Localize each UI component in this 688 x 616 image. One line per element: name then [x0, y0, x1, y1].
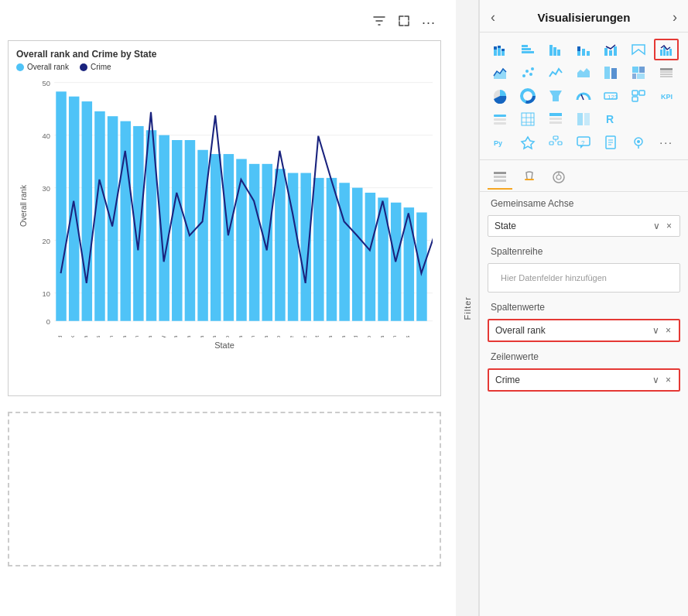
- svg-rect-88: [660, 50, 662, 56]
- vis-icon-qa[interactable]: ?: [571, 132, 596, 153]
- svg-text:Illinois: Illinois: [96, 335, 101, 337]
- svg-text:Washington: Washington: [108, 336, 115, 337]
- section-shared-axis-label: Gemeinsame Achse: [480, 192, 688, 212]
- vis-icon-area[interactable]: [488, 62, 512, 84]
- vis-icon-ai[interactable]: [515, 132, 540, 153]
- svg-rect-36: [365, 193, 376, 321]
- field-crime-chevron[interactable]: ∨: [651, 375, 661, 385]
- svg-rect-98: [632, 67, 638, 73]
- svg-point-149: [556, 175, 561, 180]
- vis-icon-slicer[interactable]: [488, 108, 512, 130]
- svg-text:Pennsylvania: Pennsylvania: [263, 336, 269, 337]
- chart-container: Overall rank and Crime by State Overall …: [8, 40, 441, 396]
- vis-icon-bar[interactable]: [515, 39, 540, 60]
- vis-icon-azure-map[interactable]: [626, 132, 651, 153]
- vis-icon-multirow[interactable]: [626, 85, 651, 107]
- svg-rect-103: [660, 71, 673, 73]
- sub-tab-analytics[interactable]: [546, 166, 571, 188]
- svg-rect-40: [416, 213, 427, 321]
- svg-rect-80: [557, 50, 560, 56]
- svg-text:50: 50: [43, 79, 50, 87]
- vis-icon-table3[interactable]: [571, 108, 596, 130]
- field-box-overall-rank[interactable]: Overall rank ∨ ×: [488, 319, 680, 342]
- svg-rect-75: [522, 51, 534, 53]
- vis-icon-py[interactable]: Py: [488, 132, 512, 153]
- field-state-chevron[interactable]: ∨: [652, 221, 662, 231]
- panel-nav-prev[interactable]: ‹: [491, 9, 495, 26]
- sub-tab-format[interactable]: [517, 166, 542, 188]
- vis-icon-more[interactable]: ···: [654, 132, 679, 153]
- section-column-series-label: Spaltenreihe: [480, 240, 688, 260]
- svg-text:Georgia: Georgia: [341, 336, 347, 337]
- filter-strip: Filter: [456, 0, 479, 616]
- svg-text:Minnesota: Minnesota: [186, 336, 191, 337]
- chart-area: Overall rank 50 40 30 20 10 0: [16, 74, 433, 337]
- svg-rect-14: [82, 101, 93, 321]
- svg-rect-146: [494, 180, 506, 182]
- svg-text:Utah: Utah: [250, 336, 255, 337]
- vis-icon-decomposition[interactable]: [543, 132, 568, 153]
- vis-icon-paginated[interactable]: [598, 132, 623, 153]
- svg-rect-91: [669, 49, 672, 56]
- svg-point-94: [529, 73, 532, 76]
- svg-text:Maine: Maine: [302, 336, 307, 337]
- svg-rect-85: [604, 48, 608, 56]
- vis-icon-area2[interactable]: [571, 62, 596, 84]
- vis-icon-kpi[interactable]: KPI: [654, 85, 679, 107]
- vis-icon-table2[interactable]: [543, 108, 568, 130]
- vis-icon-line-bar[interactable]: [598, 39, 623, 60]
- vis-icon-pie[interactable]: [488, 85, 512, 107]
- vis-icon-combo[interactable]: [654, 39, 679, 60]
- more-button[interactable]: ···: [420, 13, 437, 33]
- filter-label: Filter: [463, 296, 472, 320]
- svg-rect-69: [494, 50, 497, 56]
- svg-text:Delaware: Delaware: [289, 336, 294, 337]
- field-box-crime[interactable]: Crime ∨ ×: [488, 368, 680, 392]
- svg-rect-147: [525, 179, 534, 180]
- vis-icon-line[interactable]: [543, 62, 568, 84]
- svg-point-95: [531, 67, 534, 70]
- vis-icon-scatter[interactable]: [515, 62, 540, 84]
- field-crime-remove[interactable]: ×: [664, 375, 673, 385]
- field-state-actions: ∨ ×: [652, 221, 673, 231]
- svg-rect-129: [584, 113, 590, 125]
- svg-rect-29: [275, 169, 286, 321]
- svg-rect-33: [327, 178, 337, 321]
- vis-icon-funnel[interactable]: [543, 85, 568, 107]
- panel-header: ‹ Visualisierungen ›: [480, 0, 688, 33]
- field-box-state[interactable]: State ∨ ×: [488, 215, 680, 237]
- field-overall-rank-remove[interactable]: ×: [664, 325, 673, 336]
- panel-nav-next[interactable]: ›: [673, 9, 677, 26]
- field-overall-rank-chevron[interactable]: ∨: [651, 325, 661, 336]
- svg-text:Massachusetts: Massachusetts: [405, 335, 410, 337]
- vis-icon-ribbon[interactable]: [626, 39, 651, 60]
- svg-rect-78: [549, 45, 553, 56]
- expand-button[interactable]: [395, 12, 412, 33]
- vis-icon-column[interactable]: [571, 39, 596, 60]
- vis-icon-gauge[interactable]: [571, 85, 596, 107]
- svg-rect-23: [197, 150, 208, 321]
- vis-icon-matrix[interactable]: [515, 108, 540, 130]
- vis-icon-treemap[interactable]: [626, 62, 651, 84]
- svg-rect-82: [577, 46, 580, 51]
- vis-icon-stacked-bar2[interactable]: [543, 39, 568, 60]
- vis-icon-map[interactable]: [598, 62, 623, 84]
- filter-button[interactable]: [371, 12, 388, 33]
- chart-svg: 50 40 30 20 10 0: [30, 74, 433, 337]
- svg-point-92: [522, 74, 525, 77]
- vis-icon-r[interactable]: R: [598, 108, 623, 130]
- svg-rect-115: [632, 97, 638, 101]
- svg-rect-87: [614, 46, 617, 56]
- svg-rect-89: [663, 47, 666, 56]
- right-panel: ‹ Visualisierungen ›: [479, 0, 688, 616]
- svg-text:Louisiana: Louisiana: [238, 336, 243, 337]
- field-box-column-placeholder: Hier Datenfelder hinzufügen: [488, 263, 680, 293]
- vis-icon-donut[interactable]: [515, 85, 540, 107]
- vis-icon-stacked-bar[interactable]: [488, 39, 512, 60]
- svg-point-143: [637, 140, 640, 143]
- vis-icon-table[interactable]: [654, 62, 679, 84]
- vis-icon-card[interactable]: 123: [598, 85, 623, 107]
- sub-tab-fields[interactable]: [488, 166, 512, 188]
- field-state-remove[interactable]: ×: [665, 221, 673, 231]
- svg-rect-24: [211, 154, 221, 321]
